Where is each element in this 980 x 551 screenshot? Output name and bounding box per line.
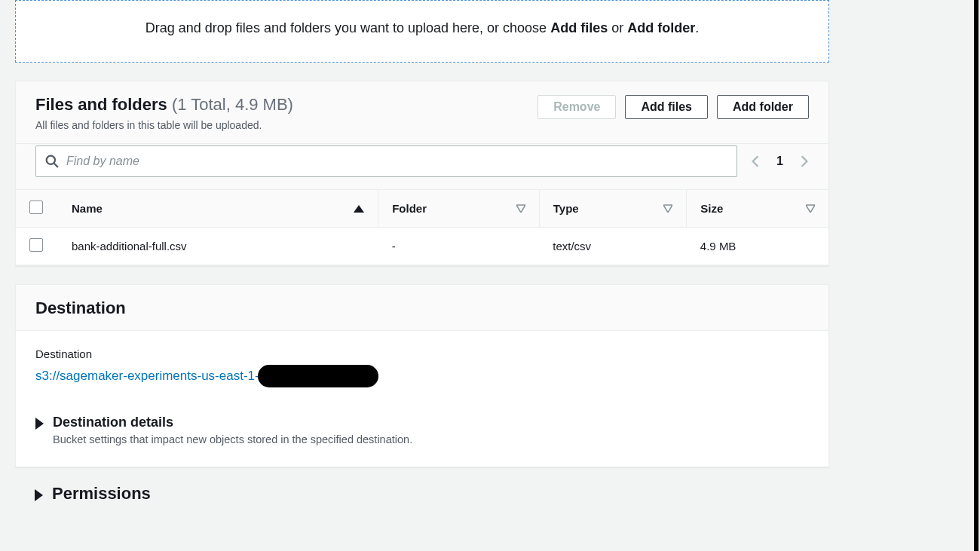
sort-icon <box>663 202 672 215</box>
column-type-label: Type <box>553 202 579 215</box>
column-name-header[interactable]: Name <box>58 190 378 228</box>
cell-name: bank-additional-full.csv <box>58 228 378 265</box>
files-panel-actions: Remove Add files Add folder <box>537 95 809 119</box>
caret-right-icon <box>35 489 43 501</box>
column-folder-header[interactable]: Folder <box>378 190 540 228</box>
files-panel-subtext: All files and folders in this table will… <box>35 119 537 131</box>
next-page-button[interactable] <box>800 155 809 168</box>
caret-right-icon <box>35 418 44 430</box>
column-size-header[interactable]: Size <box>687 190 828 228</box>
cell-folder: - <box>378 228 540 265</box>
add-files-button[interactable]: Add files <box>625 95 708 119</box>
redacted-segment <box>258 365 378 387</box>
destination-panel-title: Destination <box>35 298 126 318</box>
dropzone-add-files-strong: Add files <box>550 20 608 35</box>
select-all-header <box>16 190 58 228</box>
column-name-label: Name <box>72 202 103 215</box>
dropzone-or: or <box>608 20 627 35</box>
sort-asc-icon <box>354 202 364 215</box>
destination-details-desc: Bucket settings that impact new objects … <box>53 433 412 445</box>
page-number: 1 <box>776 155 783 168</box>
dropzone-period: . <box>695 20 699 35</box>
upload-dropzone[interactable]: Drag and drop files and folders you want… <box>15 0 829 63</box>
files-panel-header: Files and folders (1 Total, 4.9 MB) All … <box>16 81 828 144</box>
destination-link-text: s3://sagemaker-experiments-us-east-1- <box>35 369 259 384</box>
search-row: 1 <box>16 144 828 189</box>
select-all-checkbox[interactable] <box>29 201 43 214</box>
files-table: Name Folder Ty <box>16 189 828 265</box>
files-panel: Files and folders (1 Total, 4.9 MB) All … <box>15 81 829 266</box>
destination-details-title: Destination details <box>53 415 412 430</box>
search-input[interactable] <box>66 155 727 168</box>
svg-marker-2 <box>516 205 525 213</box>
sort-icon <box>806 202 815 215</box>
files-count: (1 Total, 4.9 MB) <box>172 95 293 114</box>
column-type-header[interactable]: Type <box>539 190 687 228</box>
destination-link[interactable]: s3://sagemaker-experiments-us-east-1- <box>35 365 378 387</box>
destination-panel: Destination Destination s3://sagemaker-e… <box>15 284 829 467</box>
files-panel-title-text: Files and folders <box>35 95 167 114</box>
dropzone-text-prefix: Drag and drop files and folders you want… <box>145 20 550 35</box>
sort-icon <box>516 202 525 215</box>
search-box[interactable] <box>35 145 737 177</box>
svg-marker-4 <box>806 205 815 213</box>
column-folder-label: Folder <box>392 202 427 215</box>
table-row[interactable]: bank-additional-full.csv - text/csv 4.9 … <box>16 228 828 265</box>
cell-type: text/csv <box>539 228 687 265</box>
destination-panel-body: Destination s3://sagemaker-experiments-u… <box>16 331 828 467</box>
permissions-expander[interactable]: Permissions <box>15 484 829 504</box>
pager: 1 <box>751 155 809 168</box>
files-panel-title: Files and folders (1 Total, 4.9 MB) <box>35 95 537 115</box>
destination-details-expander[interactable]: Destination details Bucket settings that… <box>35 415 809 445</box>
column-size-label: Size <box>700 202 723 215</box>
search-icon <box>45 155 59 168</box>
chevron-left-icon <box>751 155 760 168</box>
table-header-row: Name Folder Ty <box>16 190 828 228</box>
destination-label: Destination <box>35 347 809 360</box>
add-folder-button[interactable]: Add folder <box>717 95 809 119</box>
vertical-scrollbar[interactable] <box>974 0 978 551</box>
permissions-title: Permissions <box>52 484 151 504</box>
svg-marker-3 <box>663 205 672 213</box>
svg-point-0 <box>47 156 55 164</box>
remove-button[interactable]: Remove <box>537 95 616 119</box>
destination-panel-header: Destination <box>16 285 828 331</box>
dropzone-add-folder-strong: Add folder <box>627 20 695 35</box>
svg-line-1 <box>54 164 58 167</box>
cell-size: 4.9 MB <box>687 228 828 265</box>
prev-page-button[interactable] <box>751 155 760 168</box>
chevron-right-icon <box>800 155 809 168</box>
row-checkbox[interactable] <box>29 238 43 252</box>
